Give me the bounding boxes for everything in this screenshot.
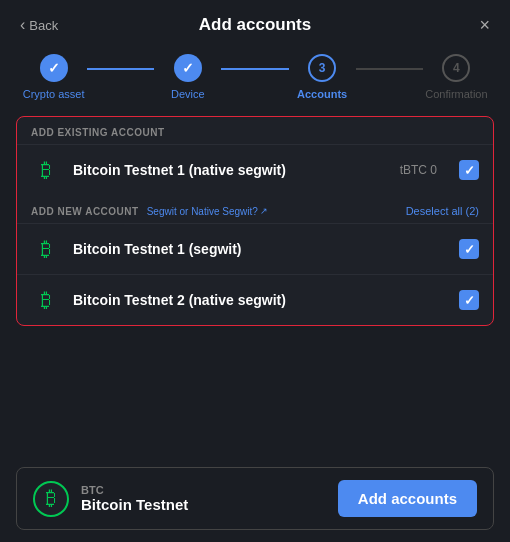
existing-account-item-1: ₿ Bitcoin Testnet 1 (native segwit) tBTC…: [17, 144, 493, 195]
new-section-header: ADD NEW ACCOUNT Segwit or Native Segwit?…: [17, 195, 493, 223]
new-account-checkbox-2[interactable]: [459, 290, 479, 310]
btc-icon-existing-1: ₿: [31, 155, 61, 185]
step-checkmark-2: ✓: [182, 60, 194, 76]
new-account-item-1: ₿ Bitcoin Testnet 1 (segwit): [17, 223, 493, 274]
footer-network-name: Bitcoin Testnet: [81, 496, 326, 513]
step-circle-2: ✓: [174, 54, 202, 82]
new-account-name-1: Bitcoin Testnet 1 (segwit): [73, 241, 447, 257]
step-circle-3: 3: [308, 54, 336, 82]
footer-info: BTC Bitcoin Testnet: [81, 484, 326, 513]
existing-account-checkbox-1[interactable]: [459, 160, 479, 180]
connector-1: [87, 68, 154, 70]
step-circle-1: ✓: [40, 54, 68, 82]
connector-2: [221, 68, 288, 70]
new-account-name-2: Bitcoin Testnet 2 (native segwit): [73, 292, 447, 308]
segwit-link[interactable]: Segwit or Native Segwit?: [147, 206, 268, 217]
back-button[interactable]: Back: [20, 16, 58, 34]
accounts-box: ADD EXISTING ACCOUNT ₿ Bitcoin Testnet 1…: [16, 116, 494, 326]
step-label-3: Accounts: [297, 88, 347, 100]
step-checkmark-1: ✓: [48, 60, 60, 76]
new-section-label: ADD NEW ACCOUNT: [31, 206, 139, 217]
connector-3: [356, 68, 423, 70]
step-confirmation: 4 Confirmation: [423, 54, 490, 100]
step-label-2: Device: [171, 88, 205, 100]
step-number-3: 3: [319, 61, 326, 75]
close-button[interactable]: ×: [479, 16, 490, 34]
existing-section-header: ADD EXISTING ACCOUNT: [17, 117, 493, 144]
footer: ₿ BTC Bitcoin Testnet Add accounts: [16, 467, 494, 530]
btc-icon-new-1: ₿: [31, 234, 61, 264]
btc-icon-new-2: ₿: [31, 285, 61, 315]
footer-ticker: BTC: [81, 484, 326, 496]
existing-account-name-1: Bitcoin Testnet 1 (native segwit): [73, 162, 388, 178]
step-accounts: 3 Accounts: [289, 54, 356, 100]
step-circle-4: 4: [442, 54, 470, 82]
step-number-4: 4: [453, 61, 460, 75]
existing-account-balance-1: tBTC 0: [400, 163, 437, 177]
page-title: Add accounts: [199, 15, 311, 35]
step-crypto-asset: ✓ Crypto asset: [20, 54, 87, 100]
step-label-1: Crypto asset: [23, 88, 85, 100]
stepper: ✓ Crypto asset ✓ Device 3 Accounts 4 Con…: [0, 46, 510, 116]
existing-section-label: ADD EXISTING ACCOUNT: [31, 127, 165, 138]
deselect-all-button[interactable]: Deselect all (2): [406, 205, 479, 217]
footer-btc-icon: ₿: [33, 481, 69, 517]
main-content: ADD EXISTING ACCOUNT ₿ Bitcoin Testnet 1…: [0, 116, 510, 455]
new-account-item-2: ₿ Bitcoin Testnet 2 (native segwit): [17, 274, 493, 325]
header: Back Add accounts ×: [0, 0, 510, 46]
new-account-checkbox-1[interactable]: [459, 239, 479, 259]
step-label-4: Confirmation: [425, 88, 487, 100]
back-label: Back: [29, 18, 58, 33]
step-device: ✓ Device: [154, 54, 221, 100]
add-accounts-button[interactable]: Add accounts: [338, 480, 477, 517]
